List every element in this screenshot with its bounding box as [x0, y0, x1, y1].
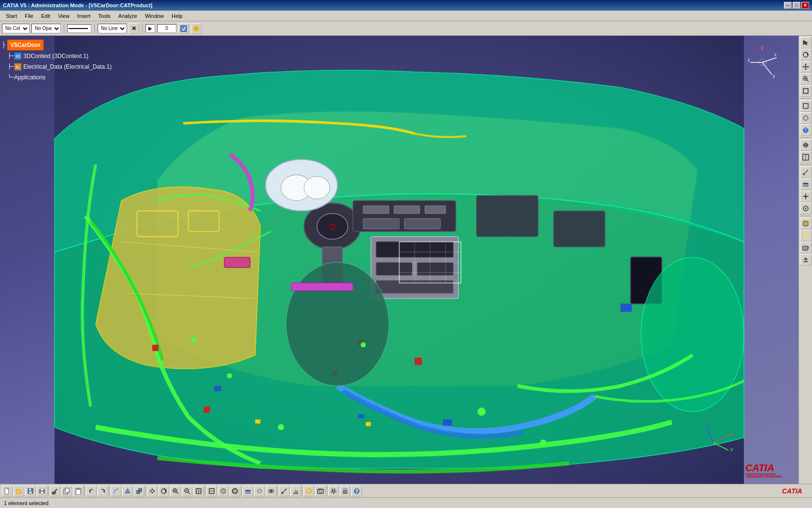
menu-help[interactable]: Help — [168, 12, 187, 20]
wireframe-btn[interactable] — [800, 100, 812, 112]
cursor-btn[interactable] — [800, 37, 812, 48]
menu-file[interactable]: File — [21, 12, 37, 20]
svg-text:CATIA: CATIA — [782, 487, 802, 495]
svg-point-44 — [286, 262, 389, 386]
svg-line-158 — [176, 492, 178, 494]
snap-btn[interactable] — [800, 203, 812, 214]
print-btn[interactable] — [37, 486, 47, 496]
svg-rect-191 — [343, 489, 348, 490]
light-btn[interactable] — [800, 230, 812, 241]
svg-marker-91 — [808, 66, 809, 68]
svg-text:Dassault Systèmes: Dassault Systèmes — [747, 474, 782, 478]
svg-rect-23 — [376, 262, 412, 275]
measure-btn[interactable] — [800, 166, 812, 178]
svg-rect-26 — [477, 195, 538, 237]
undo-btn[interactable] — [86, 486, 97, 496]
menu-start[interactable]: Start — [2, 12, 21, 20]
linetype-select[interactable]: No Line — [98, 24, 127, 33]
scene-btn[interactable] — [800, 254, 812, 266]
material-btn[interactable] — [800, 218, 812, 229]
svg-point-116 — [805, 195, 807, 197]
settings-btn[interactable] — [328, 486, 339, 496]
thickness-input[interactable] — [157, 24, 176, 33]
render-mode-btn[interactable] — [800, 124, 812, 136]
assembly-btn[interactable] — [134, 486, 145, 496]
pan-btn[interactable] — [800, 61, 812, 73]
camera-btn[interactable] — [800, 242, 812, 254]
sketch-btn[interactable] — [111, 486, 121, 496]
arrow-btn[interactable]: ▶ — [145, 24, 155, 33]
open-file-btn[interactable] — [14, 486, 24, 496]
render3-btn[interactable] — [304, 486, 314, 496]
toolbars-btn[interactable] — [340, 486, 350, 496]
x-marker[interactable]: ✕ — [129, 23, 139, 34]
tree-child-2[interactable]: ├─ EL Electrical_Data (Electrical_Data.1… — [8, 62, 112, 72]
tree-root-node[interactable]: ├ V5CarDoor — [2, 40, 112, 50]
help-btn[interactable]: ? — [351, 486, 362, 496]
svg-point-55 — [227, 373, 232, 378]
part-design-btn[interactable] — [122, 486, 133, 496]
catia-logo: CATIA Dassault Systèmes — [744, 461, 783, 480]
restore-button[interactable]: □ — [793, 2, 800, 9]
hide3-btn[interactable] — [254, 486, 265, 496]
color-select[interactable]: No Col — [2, 24, 29, 33]
svg-point-176 — [270, 490, 272, 492]
fit-all-btn[interactable] — [800, 85, 812, 97]
hide-btn[interactable] — [800, 139, 812, 151]
opacity-select[interactable]: No Opa — [31, 24, 61, 33]
zoom-in2-btn[interactable] — [170, 486, 181, 496]
btoolbar-sep4 — [145, 486, 146, 496]
rotate-btn[interactable] — [800, 49, 812, 60]
svg-rect-192 — [343, 491, 348, 492]
svg-rect-37 — [358, 414, 364, 418]
svg-point-56 — [278, 424, 284, 431]
edges-btn[interactable] — [230, 486, 240, 496]
svg-line-93 — [807, 80, 809, 82]
minimize-button[interactable]: ─ — [784, 2, 792, 9]
redo-btn[interactable] — [98, 486, 108, 496]
measure3-btn[interactable] — [279, 486, 290, 496]
wireframe3-btn[interactable] — [206, 486, 217, 496]
menu-view[interactable]: View — [54, 12, 73, 20]
rotate3-btn[interactable] — [159, 486, 169, 496]
section-btn[interactable] — [800, 179, 812, 190]
cut-btn[interactable] — [50, 486, 60, 496]
swap-vis-btn[interactable] — [800, 151, 812, 163]
svg-marker-154 — [149, 490, 151, 492]
shading-btn[interactable] — [800, 112, 812, 124]
analyze2-btn[interactable] — [290, 486, 301, 496]
save-file-btn[interactable] — [25, 486, 36, 496]
section3-btn[interactable] — [243, 486, 253, 496]
manipulate-btn[interactable] — [800, 191, 812, 202]
zoom-out2-btn[interactable] — [182, 486, 192, 496]
viewport-3d[interactable]: ⬡ — [0, 36, 798, 484]
pan3-btn[interactable] — [147, 486, 158, 496]
menu-insert[interactable]: Insert — [73, 12, 95, 20]
close-button[interactable]: ✕ — [801, 2, 809, 9]
menu-analyze[interactable]: Analyze — [115, 12, 141, 20]
menu-edit[interactable]: Edit — [37, 12, 54, 20]
svg-point-4 — [195, 28, 197, 30]
copy-btn[interactable] — [61, 486, 72, 496]
fit-all2-btn[interactable] — [193, 486, 204, 496]
svg-text:z: z — [748, 58, 750, 62]
zoom-btn[interactable] — [800, 73, 812, 85]
show3-btn[interactable] — [266, 486, 276, 496]
apply-btn[interactable] — [178, 23, 189, 34]
options-btn[interactable] — [191, 23, 202, 34]
svg-marker-155 — [153, 490, 155, 492]
capture-btn[interactable] — [315, 486, 326, 496]
svg-rect-38 — [443, 419, 452, 426]
new-file-btn[interactable] — [2, 486, 13, 496]
paste-btn[interactable] — [73, 486, 84, 496]
tree-child-1[interactable]: ├─ 3D 3DContext (3DContext.1) — [8, 51, 112, 61]
line-style-select[interactable] — [67, 24, 91, 33]
svg-point-30 — [304, 177, 330, 199]
menu-tools[interactable]: Tools — [94, 12, 115, 20]
shaded-btn[interactable] — [218, 486, 229, 496]
tree-child-3[interactable]: └─ Applications — [8, 73, 112, 82]
svg-point-59 — [540, 439, 547, 446]
menu-window[interactable]: Window — [141, 12, 168, 20]
tree-root-label[interactable]: V5CarDoor — [7, 40, 44, 50]
title-bar: CATIA V5 : Administration Mode - [V5CarD… — [0, 0, 812, 11]
